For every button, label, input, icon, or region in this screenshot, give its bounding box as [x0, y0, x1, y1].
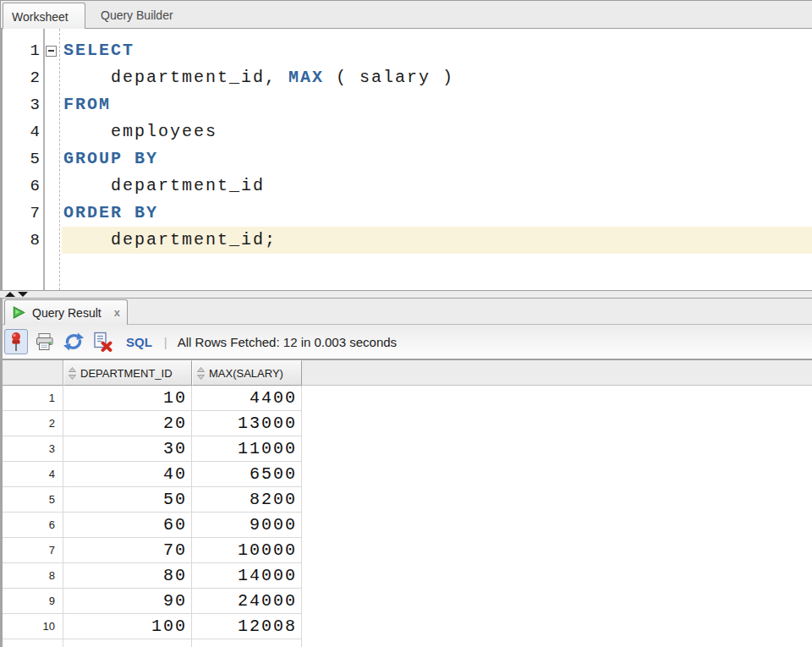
- cell-max-salary[interactable]: 12008: [192, 614, 302, 639]
- editor-line-7[interactable]: 7ORDER BY: [3, 200, 812, 227]
- result-row-8: 88014000: [3, 563, 812, 589]
- editor-line-4[interactable]: 4 employees: [3, 118, 812, 145]
- result-tabbar: Query Result x: [3, 299, 812, 325]
- editor-result-splitter[interactable]: [0, 290, 812, 299]
- cell-department-id[interactable]: 80: [63, 563, 192, 589]
- editor-line-6[interactable]: 6 department_id: [3, 173, 812, 200]
- cell-max-salary[interactable]: [192, 639, 302, 647]
- line-number: 1: [3, 37, 40, 64]
- cell-department-id[interactable]: 70: [63, 538, 192, 563]
- printer-icon: [35, 332, 55, 351]
- line-number: 2: [3, 64, 40, 91]
- tab-query-result-label: Query Result: [32, 306, 102, 320]
- row-number-cell[interactable]: 10: [3, 614, 63, 639]
- result-row-partial: [3, 639, 812, 647]
- line-number: 6: [3, 173, 40, 200]
- cell-department-id[interactable]: 60: [63, 513, 192, 538]
- run-play-icon: [12, 305, 26, 320]
- code-text: SELECT: [63, 37, 134, 64]
- result-panel: Query Result x: [0, 299, 812, 647]
- cell-max-salary[interactable]: 10000: [192, 538, 302, 563]
- delete-result-button[interactable]: [91, 329, 114, 354]
- cell-max-salary[interactable]: 6500: [192, 462, 302, 487]
- row-number-cell[interactable]: 9: [3, 589, 63, 614]
- print-button[interactable]: [33, 329, 57, 354]
- result-grid: DEPARTMENT_ID MAX(SALARY) 11044002201300…: [3, 360, 812, 647]
- result-row-10: 1010012008: [3, 614, 812, 639]
- editor-lines: 1SELECT2 department_id, MAX ( salary )3F…: [3, 37, 812, 254]
- row-number-cell[interactable]: 1: [3, 386, 63, 411]
- sql-developer-window: Worksheet Query Builder 1SELECT2 departm…: [0, 0, 812, 647]
- cell-department-id[interactable]: [63, 639, 192, 647]
- editor-line-5[interactable]: 5GROUP BY: [3, 145, 812, 173]
- toolbar-separator: |: [164, 335, 167, 349]
- cell-max-salary[interactable]: 13000: [192, 411, 302, 436]
- document-delete-icon: [91, 332, 113, 352]
- code-text: GROUP BY: [63, 145, 158, 173]
- editor-line-8[interactable]: 8 department_id;: [3, 227, 812, 254]
- column-header-label: MAX(SALARY): [209, 367, 283, 380]
- tab-close-icon[interactable]: x: [114, 306, 120, 319]
- code-text: ORDER BY: [63, 200, 158, 227]
- result-toolbar: SQL | All Rows Fetched: 12 in 0.003 seco…: [3, 325, 812, 360]
- editor-line-3[interactable]: 3FROM: [3, 91, 812, 118]
- row-number-cell[interactable]: 6: [3, 513, 63, 538]
- sql-editor[interactable]: 1SELECT2 department_id, MAX ( salary )3F…: [0, 29, 812, 290]
- splitter-collapse-down-icon[interactable]: [18, 292, 28, 297]
- result-row-1: 1104400: [3, 386, 812, 411]
- cell-department-id[interactable]: 20: [63, 411, 192, 436]
- result-row-2: 22013000: [3, 411, 812, 436]
- result-row-9: 99024000: [3, 589, 812, 614]
- result-row-3: 33011000: [3, 436, 812, 462]
- sql-label: SQL: [126, 335, 152, 349]
- cell-max-salary[interactable]: 24000: [192, 589, 302, 614]
- code-text: FROM: [63, 91, 111, 118]
- pin-result-button[interactable]: [4, 329, 28, 354]
- sort-arrows-icon: [69, 367, 76, 380]
- tab-query-builder[interactable]: Query Builder: [101, 1, 173, 29]
- tab-worksheet[interactable]: Worksheet: [3, 3, 85, 30]
- result-row-6: 6609000: [3, 513, 812, 538]
- editor-line-1[interactable]: 1SELECT: [3, 37, 812, 64]
- tab-worksheet-label: Worksheet: [12, 10, 69, 24]
- fetch-status-text: All Rows Fetched: 12 in 0.003 seconds: [178, 335, 397, 349]
- code-text: department_id;: [63, 227, 277, 254]
- row-number-cell[interactable]: 4: [3, 462, 63, 487]
- column-header-department-id[interactable]: DEPARTMENT_ID: [63, 360, 192, 386]
- refresh-button[interactable]: [62, 329, 85, 354]
- cell-department-id[interactable]: 10: [63, 386, 192, 411]
- cell-department-id[interactable]: 50: [63, 487, 192, 513]
- editor-line-2[interactable]: 2 department_id, MAX ( salary ): [3, 64, 812, 91]
- grid-body: 1104400220130003301100044065005508200660…: [3, 386, 812, 647]
- cell-max-salary[interactable]: 14000: [192, 563, 302, 589]
- cell-max-salary[interactable]: 8200: [192, 487, 302, 513]
- result-row-7: 77010000: [3, 538, 812, 563]
- row-number-cell[interactable]: 2: [3, 411, 63, 436]
- cell-department-id[interactable]: 100: [63, 614, 192, 639]
- grid-header-filler: [302, 360, 812, 386]
- column-header-max-salary[interactable]: MAX(SALARY): [192, 360, 302, 386]
- result-row-4: 4406500: [3, 462, 812, 487]
- row-number-cell[interactable]: [3, 639, 63, 647]
- row-number-cell[interactable]: 3: [3, 436, 63, 462]
- tab-query-result[interactable]: Query Result x: [4, 299, 128, 325]
- pushpin-icon: [8, 332, 25, 352]
- cell-max-salary[interactable]: 4400: [192, 386, 302, 411]
- splitter-collapse-up-icon[interactable]: [5, 292, 15, 297]
- row-number-cell[interactable]: 8: [3, 563, 63, 589]
- cell-department-id[interactable]: 30: [63, 436, 192, 462]
- result-row-5: 5508200: [3, 487, 812, 513]
- cell-max-salary[interactable]: 11000: [192, 436, 302, 462]
- cell-department-id[interactable]: 90: [63, 589, 192, 614]
- cell-department-id[interactable]: 40: [63, 462, 192, 487]
- row-number-cell[interactable]: 5: [3, 487, 63, 513]
- refresh-icon: [63, 332, 85, 352]
- code-fold-collapse-icon[interactable]: [46, 46, 57, 57]
- line-number: 8: [3, 227, 40, 254]
- row-number-cell[interactable]: 7: [3, 538, 63, 563]
- grid-header: DEPARTMENT_ID MAX(SALARY): [3, 360, 812, 386]
- grid-corner-cell: [3, 360, 63, 386]
- line-number: 4: [3, 118, 40, 145]
- worksheet-tabbar: Worksheet Query Builder: [0, 0, 812, 29]
- cell-max-salary[interactable]: 9000: [192, 513, 302, 538]
